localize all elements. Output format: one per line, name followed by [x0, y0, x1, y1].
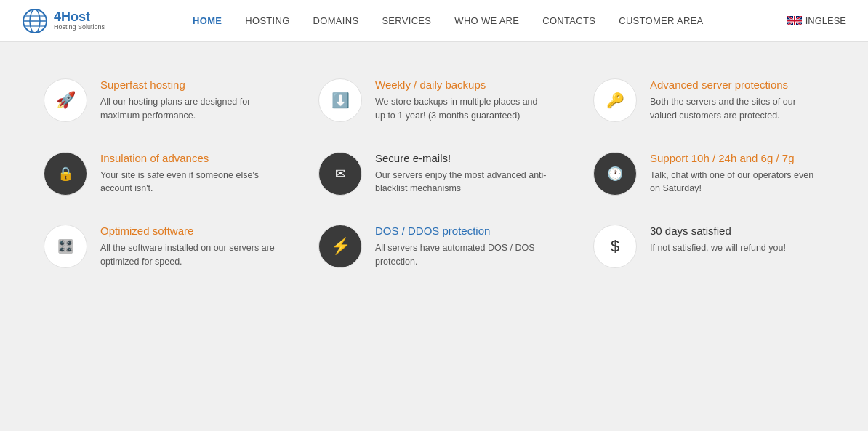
insulation-desc: Your site is safe even if someone else's… — [100, 169, 275, 196]
insulation-title: Insulation of advances — [100, 152, 275, 164]
logo[interactable]: 4Host Hosting Solutions — [22, 8, 109, 34]
insulation-icon-circle: 🔒 — [44, 152, 87, 196]
superfast-icon-circle: 🚀 — [44, 78, 87, 122]
support-desc: Talk, chat with one of our operators eve… — [650, 169, 824, 196]
server-protections-icon-circle: 🔑 — [593, 78, 637, 122]
lock-icon: 🔒 — [57, 166, 73, 182]
feature-backups: ⬇️ Weekly / daily backups We store backu… — [318, 78, 550, 123]
clock-icon: 🕐 — [607, 166, 623, 182]
nav-who-we-are[interactable]: WHO WE ARE — [454, 15, 519, 26]
feature-satisfaction: $ 30 days satisfied If not satisfied, we… — [593, 225, 824, 269]
main-content: 🚀 Superfast hosting All our hosting plan… — [0, 42, 868, 298]
backups-icon-circle: ⬇️ — [318, 78, 362, 122]
nav-home[interactable]: HOME — [193, 15, 222, 26]
emails-icon-circle: ✉ — [318, 152, 362, 196]
ddos-icon-circle: ⚡ — [318, 225, 362, 268]
feature-superfast: 🚀 Superfast hosting All our hosting plan… — [44, 78, 275, 123]
features-grid: 🚀 Superfast hosting All our hosting plan… — [44, 78, 824, 269]
satisfaction-icon-circle: $ — [593, 225, 637, 268]
feature-server-protections: 🔑 Advanced server protections Both the s… — [593, 78, 824, 123]
key-icon: 🔑 — [606, 92, 624, 109]
flag-icon — [787, 16, 802, 25]
support-icon-circle: 🕐 — [593, 152, 637, 196]
feature-insulation: 🔒 Insulation of advances Your site is sa… — [44, 152, 275, 196]
optimized-title: Optimized software — [100, 225, 275, 237]
nav-customer-area[interactable]: CUSTOMER AREA — [619, 15, 703, 26]
superfast-title: Superfast hosting — [100, 78, 275, 91]
download-icon: ⬇️ — [331, 92, 350, 109]
feature-optimized: 🎛️ Optimized software All the software i… — [44, 225, 275, 269]
backups-desc: We store backups in multiple places and … — [375, 95, 550, 123]
ddos-title: DOS / DDOS protection — [375, 225, 550, 237]
feature-support: 🕐 Support 10h / 24h and 6g / 7g Talk, ch… — [593, 152, 824, 196]
gauge-icon: 🎛️ — [57, 238, 73, 254]
header: 4Host Hosting Solutions HOME HOSTING DOM… — [0, 0, 868, 42]
logo-icon — [22, 8, 48, 34]
logo-subtitle: Hosting Solutions — [54, 24, 105, 31]
language-selector[interactable]: INGLESE — [787, 15, 846, 26]
dollar-icon: $ — [611, 237, 619, 256]
satisfaction-title: 30 days satisfied — [650, 225, 786, 237]
server-protections-desc: Both the servers and the sites of our va… — [650, 95, 824, 123]
backups-title: Weekly / daily backups — [375, 78, 550, 91]
email-icon: ✉ — [335, 166, 346, 182]
server-protections-title: Advanced server protections — [650, 78, 824, 91]
nav-hosting[interactable]: HOSTING — [245, 15, 289, 26]
support-title: Support 10h / 24h and 6g / 7g — [650, 152, 824, 164]
superfast-desc: All our hosting plans are designed for m… — [100, 95, 275, 123]
satisfaction-desc: If not satisfied, we will refund you! — [650, 241, 786, 255]
lang-label: INGLESE — [805, 15, 846, 26]
optimized-icon-circle: 🎛️ — [44, 225, 87, 268]
ddos-desc: All servers have automated DOS / DOS pro… — [375, 241, 550, 269]
feature-ddos: ⚡ DOS / DDOS protection All servers have… — [318, 225, 550, 269]
logo-text: 4Host — [54, 10, 105, 25]
feature-emails: ✉ Secure e-mails! Our servers enjoy the … — [318, 152, 550, 196]
nav-services[interactable]: SERVICES — [382, 15, 431, 26]
rocket-icon: 🚀 — [56, 91, 76, 110]
emails-title: Secure e-mails! — [375, 152, 550, 164]
nav-contacts[interactable]: CONTACTS — [542, 15, 595, 26]
nav-domains[interactable]: DOMAINS — [313, 15, 359, 26]
main-nav: HOME HOSTING DOMAINS SERVICES WHO WE ARE… — [109, 15, 787, 26]
bolt-icon: ⚡ — [331, 237, 350, 256]
optimized-desc: All the software installed on our server… — [100, 241, 275, 269]
emails-desc: Our servers enjoy the most advanced anti… — [375, 169, 550, 196]
